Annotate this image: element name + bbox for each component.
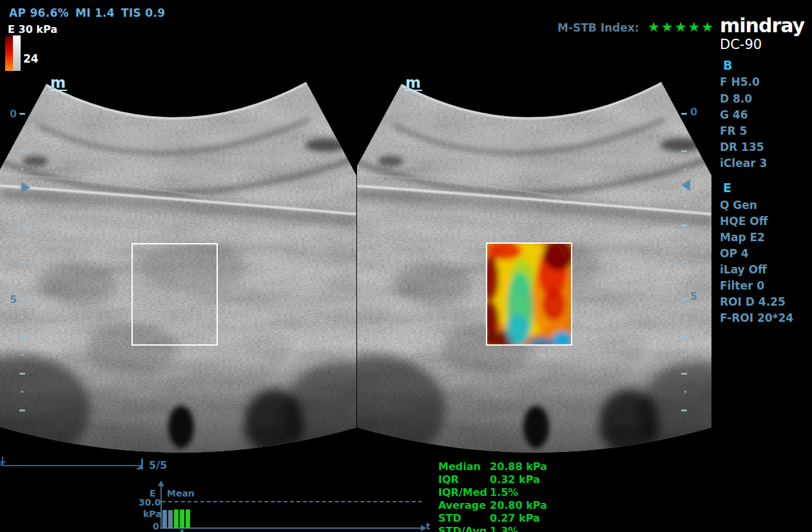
ruler-tick	[681, 409, 687, 411]
probe-orientation-marker-icon: m	[404, 76, 422, 91]
star-rating-icons: ★★★★★	[648, 19, 715, 35]
cine-position-triangle-icon	[136, 465, 141, 469]
trend-unit-label: kPa	[143, 509, 162, 519]
param-quality: Q Gen	[720, 199, 757, 212]
ruler-tick	[19, 261, 25, 263]
ruler-dot	[684, 206, 686, 208]
cine-progress-bar[interactable]	[3, 465, 142, 466]
param-hqe: HQE Off	[720, 215, 768, 228]
elasto-overlay	[480, 237, 578, 351]
ruler-dot	[21, 354, 23, 356]
ultrasound-screen: { "header": { "ap": "AP 96.6%", "mi": "M…	[0, 0, 812, 532]
param-filter: Filter 0	[720, 279, 764, 292]
ruler-tick	[19, 150, 25, 152]
cine-start-triangle-icon	[1, 461, 6, 467]
ruler-tick	[19, 335, 25, 337]
stat-label: STD/Avg	[438, 525, 487, 532]
focus-marker-icon[interactable]	[21, 182, 30, 193]
stat-row: IQR0.32 kPa	[438, 473, 459, 486]
elasto-scale-label: E 30 kPa	[8, 23, 57, 35]
ruler-tick	[681, 150, 687, 152]
frame-counter: 5/5	[149, 459, 167, 471]
ap-value: AP 96.6%	[9, 6, 69, 19]
ruler-tick	[19, 299, 25, 300]
trend-max-refline	[162, 501, 422, 502]
param-iclear: iClear 3	[720, 157, 767, 170]
colorbar-tick: 24	[23, 52, 39, 65]
stat-label: IQR	[438, 473, 459, 486]
stat-value: 1.3%	[490, 525, 518, 532]
stat-value: 0.27 kPa	[490, 512, 540, 524]
stat-label: STD	[438, 512, 461, 524]
stat-row: STD/Avg1.3%	[438, 525, 487, 532]
ruler-tick	[681, 373, 687, 375]
param-ilay: iLay Off	[720, 263, 767, 276]
mstb-index-label: M-STB Index:	[557, 21, 639, 34]
ruler-dot	[21, 132, 23, 133]
stat-label: IQR/Med	[438, 486, 487, 498]
stat-value: 0.32 kPa	[490, 473, 540, 486]
brand-logo: mindray	[720, 14, 804, 37]
ruler-dot	[684, 132, 686, 133]
param-opacity: OP 4	[720, 247, 749, 260]
ruler-tick	[681, 113, 687, 115]
trend-series-label: Mean	[167, 488, 195, 498]
bmode-image-left[interactable]	[0, 71, 356, 458]
trend-bar	[180, 509, 184, 528]
ruler-tick	[681, 261, 687, 263]
ruler-dot	[21, 280, 23, 282]
e-section-header: E	[723, 181, 731, 195]
stat-value: 1.5%	[490, 486, 518, 498]
stat-row: STD0.27 kPa	[438, 512, 461, 524]
mi-value: MI 1.4	[75, 6, 115, 19]
depth-label: 0	[690, 106, 697, 118]
trend-bar	[186, 509, 190, 528]
param-roi-depth: ROI D 4.25	[720, 295, 786, 308]
ruler-tick	[681, 224, 687, 226]
depth-label: 0	[10, 108, 17, 120]
param-framerate: FR 5	[720, 124, 747, 137]
tis-value: TIS 0.9	[121, 6, 165, 19]
model-name: DC-90	[720, 37, 762, 52]
b-section-header: B	[723, 58, 732, 72]
stat-value: 20.88 kPa	[490, 460, 547, 473]
param-depth: D 8.0	[720, 92, 752, 105]
trend-xaxis	[160, 527, 422, 529]
trend-ymax-label: 30.0	[139, 497, 161, 507]
trend-t-label: t	[426, 521, 430, 531]
param-dynamicrange: DR 135	[720, 141, 764, 153]
ruler-tick	[19, 224, 25, 226]
ruler-dot	[684, 280, 686, 282]
depth-label: 5	[690, 290, 697, 302]
elasto-image-right[interactable]	[357, 71, 711, 458]
trend-zero-label: 0	[153, 521, 159, 531]
param-gain: G 46	[720, 108, 748, 121]
probe-orientation-marker-icon: m	[49, 76, 67, 91]
trend-current-marker	[180, 529, 184, 532]
param-froi-size: F-ROI 20*24	[720, 311, 793, 324]
ruler-tick	[19, 409, 25, 411]
trend-bar	[162, 510, 167, 528]
param-frequency: F H5.0	[720, 75, 760, 88]
param-map: Map E2	[720, 231, 765, 244]
stat-label: Median	[438, 460, 481, 473]
ruler-dot	[21, 206, 23, 208]
stat-row: Median20.88 kPa	[438, 460, 481, 473]
ruler-tick	[19, 113, 25, 115]
ruler-dot	[684, 354, 686, 356]
trend-bar	[168, 510, 173, 528]
stat-row: IQR/Med1.5%	[438, 486, 487, 498]
acoustic-output-readout: AP 96.6%MI 1.4TIS 0.9	[9, 6, 171, 19]
focus-marker-icon[interactable]	[681, 179, 690, 191]
ruler-tick	[681, 299, 687, 300]
cine-position-mark[interactable]	[141, 458, 143, 469]
ruler-tick	[681, 335, 687, 337]
ruler-tick	[19, 373, 25, 375]
stat-label: Average	[438, 499, 486, 511]
trend-bar	[174, 509, 179, 528]
stat-row: Average20.80 kPa	[438, 499, 486, 511]
depth-label: 5	[10, 293, 17, 306]
stat-value: 20.80 kPa	[490, 499, 547, 511]
